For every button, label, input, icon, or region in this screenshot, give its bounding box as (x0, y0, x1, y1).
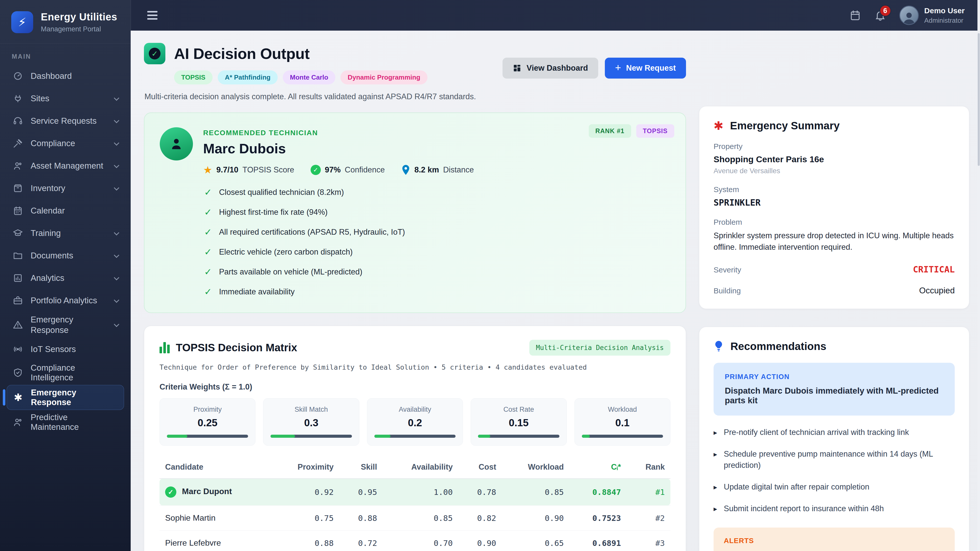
system-value: SPRINKLER (714, 197, 955, 208)
sidebar-item-portfolio-analytics[interactable]: Portfolio Analytics (6, 289, 124, 312)
asterisk-icon: ✱ (13, 392, 23, 403)
candidates-table: Candidate Proximity Skill Availability C… (159, 456, 670, 551)
problem-value: Sprinkler system pressure drop detected … (714, 230, 955, 253)
worker-icon (13, 417, 23, 427)
headset-icon (13, 116, 23, 126)
sidebar-item-inventory[interactable]: Inventory (6, 177, 124, 200)
location-pin-icon (401, 164, 410, 176)
chevron-down-icon (114, 162, 119, 168)
weight-card-proximity: Proximity0.25 (159, 398, 256, 446)
sidebar-item-asset-management[interactable]: Asset Management (6, 155, 124, 177)
person-icon (902, 10, 916, 24)
emergency-summary-title: ✱ Emergency Summary (714, 120, 955, 132)
arrow-right-icon: ▸ (714, 504, 717, 514)
user-name: Demo User (924, 6, 965, 15)
chevron-down-icon (114, 185, 119, 190)
chevron-down-icon (114, 322, 119, 327)
topsis-badge: TOPSIS (636, 124, 674, 138)
plug-icon (13, 94, 23, 103)
table-row-winner: ✓Marc Dupont 0.920.95 1.000.78 0.850.884… (159, 478, 670, 506)
weight-card-workload: Workload0.1 (574, 398, 670, 446)
chevron-down-icon (114, 95, 119, 100)
sidebar-item-calendar[interactable]: Calendar (6, 200, 124, 222)
gauge-icon (13, 71, 23, 81)
rank-badge: RANK #1 (589, 124, 631, 138)
chevron-down-icon (114, 230, 119, 235)
sidebar-item-documents[interactable]: Documents (6, 245, 124, 267)
success-check-icon: ✓ (144, 43, 165, 64)
recommendations-title: Recommendations (714, 340, 955, 353)
sidebar-item-compliance[interactable]: Compliance (6, 132, 124, 155)
recommended-label: RECOMMENDED TECHNICIAN (203, 129, 474, 137)
weight-card-availability: Availability0.2 (367, 398, 463, 446)
sidebar-item-iot-sensors[interactable]: IoT Sensors (6, 338, 124, 360)
sidebar-nav: MAIN Dashboard Sites Service Requests Co… (0, 44, 130, 551)
check-icon: ✓ (204, 286, 212, 297)
user-menu[interactable]: Demo User Administrator (899, 6, 965, 25)
recommendation-item: ▸Schedule preventive pump maintenance wi… (714, 448, 955, 471)
chevron-down-icon (114, 252, 119, 258)
alerts-box: ALERTS Commission de Sécurité notificati… (714, 527, 955, 551)
avatar (899, 6, 919, 25)
gavel-icon (13, 138, 23, 148)
view-dashboard-button[interactable]: View Dashboard (503, 58, 598, 79)
sidebar-item-service-requests[interactable]: Service Requests (6, 110, 124, 132)
weight-card-skill: Skill Match0.3 (263, 398, 359, 446)
check-icon: ✓ (204, 187, 212, 198)
recommended-technician-card: RANK #1 TOPSIS RECOMMENDED TECHNICIAN Ma… (144, 113, 686, 313)
menu-icon[interactable] (147, 11, 158, 20)
recommendation-list: ▸Pre-notify client of technician arrival… (714, 427, 955, 514)
severity-label: Severity (714, 265, 741, 274)
severity-value: CRITICAL (913, 264, 955, 275)
notification-count-badge: 6 (880, 5, 891, 17)
checklist-item: ✓Highest first-time fix rate (94%) (204, 207, 670, 218)
technician-name: Marc Dubois (203, 141, 474, 156)
matrix-subtitle: Technique for Order of Preference by Sim… (159, 363, 670, 371)
scrollbar-thumb[interactable] (978, 33, 980, 166)
check-icon: ✓ (204, 267, 212, 277)
property-label: Property (714, 142, 955, 151)
confidence-stat: ✓ 97%Confidence (310, 165, 385, 175)
emergency-asterisk-icon: ✱ (714, 120, 724, 132)
lightbulb-icon (714, 340, 724, 353)
person-icon (169, 136, 184, 152)
sidebar-item-predictive-maintenance[interactable]: Predictive Maintenance (6, 410, 124, 434)
sidebar-item-dashboard[interactable]: Dashboard (6, 65, 124, 87)
check-badge-icon: ✓ (310, 165, 321, 175)
sidebar-item-training[interactable]: Training (6, 222, 124, 245)
page-title: AI Decision Output (174, 45, 310, 62)
bar-chart-icon (159, 342, 170, 353)
criteria-weights-label: Criteria Weights (Σ = 1.0) (159, 383, 670, 392)
badge-astar: A* Pathfinding (218, 70, 278, 84)
building-label: Building (714, 286, 741, 295)
property-value: Shopping Center Paris 16e (714, 154, 955, 164)
recommendation-item: ▸Update digital twin after repair comple… (714, 481, 955, 492)
notifications-bell-icon[interactable]: 6 (874, 10, 886, 21)
nav-section-label: MAIN (6, 53, 124, 60)
sidebar-item-emergency-response[interactable]: ✱ Emergency Response (6, 385, 124, 410)
folder-icon (13, 251, 23, 261)
emergency-summary-card: ✱ Emergency Summary Property Shopping Ce… (699, 106, 969, 309)
technician-checklist: ✓Closest qualified technician (8.2km) ✓H… (204, 187, 670, 297)
building-value: Occupied (919, 286, 955, 295)
recommendation-item: ▸Submit incident report to insurance wit… (714, 503, 955, 514)
chevron-down-icon (114, 140, 119, 145)
sidebar-item-emergency-response-group[interactable]: Emergency Response (6, 312, 124, 338)
alerts-label: ALERTS (724, 537, 945, 545)
plus-icon: + (615, 62, 621, 73)
topbar: 6 Demo User Administrator (130, 0, 980, 30)
recommendation-item: ▸Pre-notify client of technician arrival… (714, 427, 955, 438)
scrollbar[interactable] (977, 0, 980, 551)
new-request-button[interactable]: + New Request (605, 58, 686, 79)
sidebar-item-compliance-intelligence[interactable]: Compliance Intelligence (6, 360, 124, 385)
calendar-icon[interactable] (850, 10, 861, 21)
checklist-item: ✓Parts available on vehicle (ML-predicte… (204, 267, 670, 277)
problem-label: Problem (714, 218, 955, 227)
sidebar-item-sites[interactable]: Sites (6, 87, 124, 110)
page-description: Multi-criteria decision analysis complet… (145, 92, 476, 101)
sidebar-item-analytics[interactable]: Analytics (6, 267, 124, 289)
arrow-right-icon: ▸ (714, 449, 717, 471)
star-icon: ★ (203, 164, 212, 176)
topsis-matrix-card: TOPSIS Decision Matrix Multi-Criteria De… (144, 326, 686, 551)
check-badge-icon: ✓ (165, 486, 177, 498)
